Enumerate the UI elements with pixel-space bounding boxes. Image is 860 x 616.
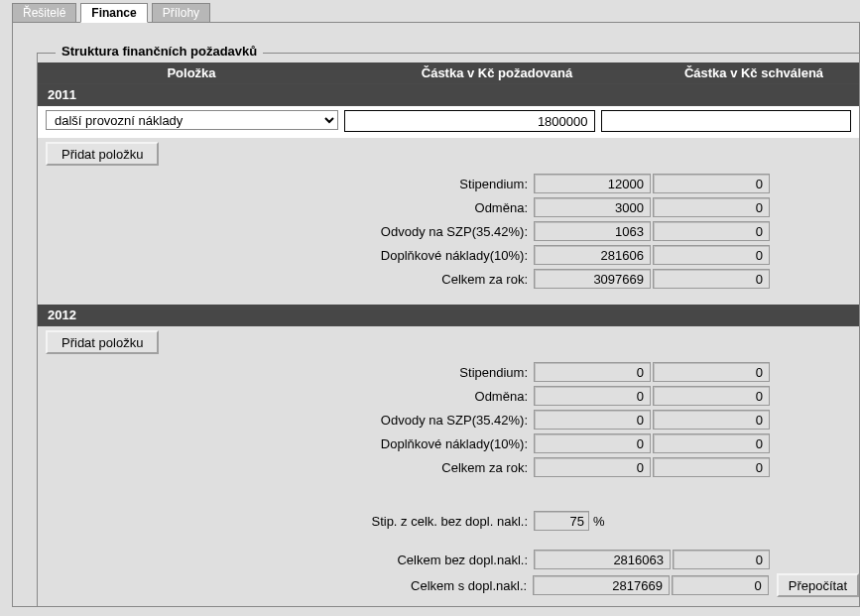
- cell-appr: 0: [653, 197, 770, 217]
- tab-finance[interactable]: Finance: [80, 3, 147, 23]
- row-odmena-2011: Odměna: 3000 0: [38, 195, 859, 219]
- row-stipendium-2012: Stipendium: 0 0: [38, 360, 859, 384]
- cell-appr: 0: [653, 457, 770, 477]
- row-celkem-bez: Celkem bez dopl.nakl.: 2816063 0: [38, 547, 859, 572]
- label: Celkem bez dopl.nakl.:: [38, 553, 534, 567]
- col-schvalena: Částka v Kč schválená: [649, 65, 859, 80]
- cell-appr: 0: [653, 174, 770, 193]
- tab-resitele[interactable]: Řešitelé: [12, 3, 76, 23]
- col-polozka: Položka: [38, 65, 345, 80]
- cell-req: 3000: [534, 197, 651, 217]
- label: Celkem za rok:: [38, 272, 534, 287]
- row-stipendium-2011: Stipendium: 12000 0: [38, 172, 859, 195]
- fieldset-struktura: Struktura finančních požadavků Položka Č…: [37, 53, 859, 606]
- year-2011-header: 2011: [38, 84, 859, 106]
- cell-appr: 0: [673, 550, 770, 569]
- cell-req: 0: [534, 433, 651, 453]
- item-entry-row: další provozní náklady: [38, 106, 859, 138]
- row-stip-percent: Stip. z celk. bez dopl. nakl.: 75 %: [38, 509, 859, 533]
- label: Stipendium:: [38, 177, 534, 191]
- label: Stip. z celk. bez dopl. nakl.:: [38, 514, 534, 529]
- add-item-button-2012[interactable]: Přidat položku: [46, 330, 159, 354]
- label: Stipendium:: [38, 365, 534, 380]
- cell-req: 1063: [534, 221, 651, 241]
- cell-req: 3097669: [534, 269, 651, 289]
- label: Doplňkové náklady(10%):: [38, 436, 534, 451]
- columns-header: Položka Částka v Kč požadovaná Částka v …: [38, 62, 859, 84]
- tab-bar: Řešitelé Finance Přílohy: [0, 0, 860, 22]
- cell-appr: 0: [653, 362, 770, 382]
- percent-unit: %: [593, 514, 605, 529]
- cell-appr: 0: [672, 575, 769, 595]
- cell-appr: 0: [653, 245, 770, 265]
- percent-value: 75: [534, 511, 589, 531]
- row-odvody-2012: Odvody na SZP(35.42%): 0 0: [38, 408, 859, 431]
- cell-req: 2817669: [533, 575, 670, 595]
- add-item-button-2011[interactable]: Přidat položku: [46, 142, 159, 166]
- col-pozadovana: Částka v Kč požadovaná: [345, 65, 649, 80]
- label: Celkem za rok:: [38, 460, 534, 475]
- cell-appr: 0: [653, 386, 770, 406]
- recalculate-button[interactable]: Přepočítat: [777, 573, 859, 597]
- cell-req: 12000: [534, 174, 651, 193]
- cell-req: 0: [534, 362, 651, 382]
- label: Doplňkové náklady(10%):: [38, 248, 534, 263]
- tab-prilohy[interactable]: Přílohy: [152, 3, 210, 23]
- cell-appr: 0: [653, 410, 770, 430]
- label: Odvody na SZP(35.42%):: [38, 413, 534, 428]
- label: Odměna:: [38, 200, 534, 215]
- cell-req: 0: [534, 457, 651, 477]
- finance-panel: Struktura finančních požadavků Položka Č…: [12, 22, 860, 607]
- cell-req: 0: [534, 410, 651, 430]
- label: Celkem s dopl.nakl.:: [38, 578, 533, 593]
- row-doplnkove-2012: Doplňkové náklady(10%): 0 0: [38, 431, 859, 455]
- year-2012-header: 2012: [38, 305, 859, 326]
- cell-appr: 0: [653, 221, 770, 241]
- label: Odměna:: [38, 389, 534, 404]
- row-odmena-2012: Odměna: 0 0: [38, 384, 859, 408]
- label: Odvody na SZP(35.42%):: [38, 224, 534, 239]
- cell-appr: 0: [653, 433, 770, 453]
- row-odvody-2011: Odvody na SZP(35.42%): 1063 0: [38, 219, 859, 243]
- row-celkem-2011: Celkem za rok: 3097669 0: [38, 267, 859, 291]
- item-approved-input[interactable]: [601, 110, 852, 132]
- item-requested-input[interactable]: [344, 110, 595, 132]
- row-doplnkove-2011: Doplňkové náklady(10%): 281606 0: [38, 243, 859, 267]
- row-celkem-s: Celkem s dopl.nakl.: 2817669 0 Přepočíta…: [38, 572, 859, 598]
- cell-req: 2816063: [534, 550, 671, 569]
- item-type-select[interactable]: další provozní náklady: [46, 110, 338, 130]
- cell-req: 0: [534, 386, 651, 406]
- cell-req: 281606: [534, 245, 651, 265]
- row-celkem-2012: Celkem za rok: 0 0: [38, 455, 859, 479]
- fieldset-legend: Struktura finančních požadavků: [56, 44, 263, 59]
- cell-appr: 0: [653, 269, 770, 289]
